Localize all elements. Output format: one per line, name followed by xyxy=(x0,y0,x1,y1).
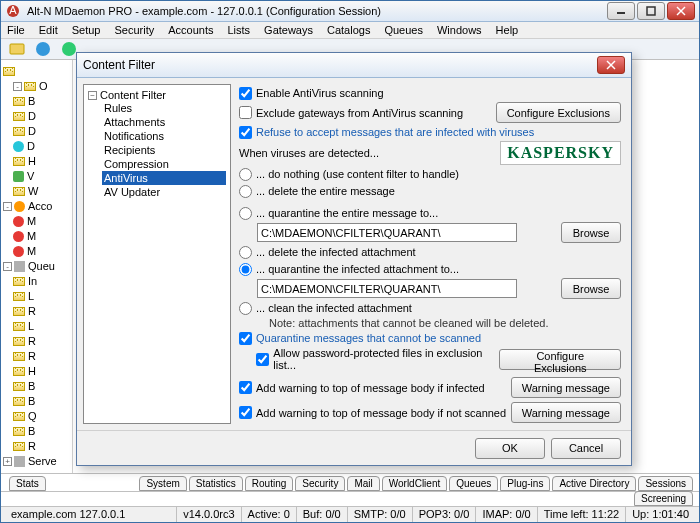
dialog-nav-tree[interactable]: −Content Filter RulesAttachmentsNotifica… xyxy=(83,84,231,424)
tree-row[interactable]: In xyxy=(3,274,70,289)
menu-queues[interactable]: Queues xyxy=(384,24,423,36)
close-button[interactable] xyxy=(667,2,695,20)
delete-att-label: ... delete the infected attachment xyxy=(256,246,416,258)
tree-root[interactable]: −Content Filter xyxy=(88,89,226,101)
warn-infected-checkbox[interactable] xyxy=(239,381,252,394)
configure-exclusions-button[interactable]: Configure Exclusions xyxy=(496,102,621,123)
tree-row[interactable]: B xyxy=(3,379,70,394)
menu-security[interactable]: Security xyxy=(114,24,154,36)
tab-statistics[interactable]: Statistics xyxy=(189,476,243,491)
maximize-button[interactable] xyxy=(637,2,665,20)
mail-icon xyxy=(13,307,25,316)
tree-row[interactable]: R xyxy=(3,349,70,364)
warn-noscan-checkbox[interactable] xyxy=(239,406,252,419)
enable-av-checkbox[interactable] xyxy=(239,87,252,100)
tree-row[interactable]: M xyxy=(3,214,70,229)
expand-icon[interactable]: - xyxy=(3,202,12,211)
menu-catalogs[interactable]: Catalogs xyxy=(327,24,370,36)
browse-att-button[interactable]: Browse xyxy=(561,278,621,299)
tree-row[interactable]: H xyxy=(3,364,70,379)
tree-row[interactable]: D xyxy=(3,124,70,139)
allow-pwd-checkbox[interactable] xyxy=(256,353,269,366)
exclude-gw-checkbox[interactable] xyxy=(239,106,252,119)
nav-attachments[interactable]: Attachments xyxy=(102,115,226,129)
minimize-button[interactable] xyxy=(607,2,635,20)
tree-row[interactable]: L xyxy=(3,289,70,304)
warn-infected-label: Add warning to top of message body if in… xyxy=(256,382,485,394)
toolbar-icon-1[interactable] xyxy=(7,39,27,59)
tree-row[interactable]: -O xyxy=(3,79,70,94)
tab-routing[interactable]: Routing xyxy=(245,476,293,491)
nav-recipients[interactable]: Recipients xyxy=(102,143,226,157)
menu-accounts[interactable]: Accounts xyxy=(168,24,213,36)
dialog-close-button[interactable] xyxy=(597,56,625,74)
tab-stats[interactable]: Stats xyxy=(9,476,46,491)
tab-worldclient[interactable]: WorldClient xyxy=(382,476,448,491)
tree-row[interactable]: R xyxy=(3,334,70,349)
quarantine-noscan-checkbox[interactable] xyxy=(239,332,252,345)
tree-row[interactable]: M xyxy=(3,229,70,244)
menu-file[interactable]: File xyxy=(7,24,25,36)
menu-gateways[interactable]: Gateways xyxy=(264,24,313,36)
tree-row[interactable]: H xyxy=(3,154,70,169)
nav-antivirus[interactable]: AntiVirus xyxy=(102,171,226,185)
quarantine-att-radio[interactable] xyxy=(239,263,252,276)
tree-row[interactable] xyxy=(3,64,70,79)
tab-security[interactable]: Security xyxy=(295,476,345,491)
tree-row[interactable]: M xyxy=(3,244,70,259)
mail-icon xyxy=(13,97,25,106)
tab-system[interactable]: System xyxy=(139,476,186,491)
warning-msg-button-1[interactable]: Warning message xyxy=(511,377,621,398)
tree-row[interactable]: B xyxy=(3,94,70,109)
nav-av-updater[interactable]: AV Updater xyxy=(102,185,226,199)
tab-sessions[interactable]: Sessions xyxy=(638,476,693,491)
refuse-checkbox[interactable] xyxy=(239,126,252,139)
tree-row[interactable]: L xyxy=(3,319,70,334)
nav-compression[interactable]: Compression xyxy=(102,157,226,171)
expand-icon[interactable]: - xyxy=(3,262,12,271)
tree-row[interactable]: B xyxy=(3,394,70,409)
menu-lists[interactable]: Lists xyxy=(227,24,250,36)
tab-mail[interactable]: Mail xyxy=(347,476,379,491)
delete-att-radio[interactable] xyxy=(239,246,252,259)
menu-windows[interactable]: Windows xyxy=(437,24,482,36)
tree-row[interactable]: D xyxy=(3,109,70,124)
configure-exclusions-button-2[interactable]: Configure Exclusions xyxy=(499,349,621,370)
tree-row[interactable]: Q xyxy=(3,409,70,424)
tree-row[interactable]: R xyxy=(3,439,70,454)
tree-row[interactable]: V xyxy=(3,169,70,184)
expand-icon[interactable]: + xyxy=(3,457,12,466)
tree-row[interactable]: D xyxy=(3,139,70,154)
expand-icon[interactable]: - xyxy=(13,82,22,91)
menu-help[interactable]: Help xyxy=(496,24,519,36)
nav-notifications[interactable]: Notifications xyxy=(102,129,226,143)
tab-queues[interactable]: Queues xyxy=(449,476,498,491)
collapse-icon[interactable]: − xyxy=(88,91,97,100)
cancel-button[interactable]: Cancel xyxy=(551,438,621,459)
mail-icon xyxy=(13,397,25,406)
tree-row[interactable]: B xyxy=(3,424,70,439)
quarantine-att-path-input[interactable] xyxy=(257,279,517,298)
tree-row[interactable]: -Acco xyxy=(3,199,70,214)
ok-button[interactable]: OK xyxy=(475,438,545,459)
do-nothing-radio[interactable] xyxy=(239,168,252,181)
menu-edit[interactable]: Edit xyxy=(39,24,58,36)
tree-row[interactable]: W xyxy=(3,184,70,199)
nav-rules[interactable]: Rules xyxy=(102,101,226,115)
tree-row[interactable]: +Serve xyxy=(3,454,70,469)
delete-msg-radio[interactable] xyxy=(239,185,252,198)
tab-screening[interactable]: Screening xyxy=(634,491,693,506)
tab-active-directory[interactable]: Active Directory xyxy=(552,476,636,491)
browse-msg-button[interactable]: Browse xyxy=(561,222,621,243)
toolbar-icon-2[interactable] xyxy=(33,39,53,59)
menu-setup[interactable]: Setup xyxy=(72,24,101,36)
clean-att-radio[interactable] xyxy=(239,302,252,315)
allow-pwd-label: Allow password-protected files in exclus… xyxy=(273,347,499,371)
tree-row[interactable]: -Queu xyxy=(3,259,70,274)
tree-row[interactable]: R xyxy=(3,304,70,319)
tab-plug-ins[interactable]: Plug-ins xyxy=(500,476,550,491)
quarantine-msg-path-input[interactable] xyxy=(257,223,517,242)
quarantine-msg-radio[interactable] xyxy=(239,207,252,220)
nav-tree[interactable]: -OBDDDHVW-AccoMMM-QueuInLRLRRHBBQBR+Serv… xyxy=(1,60,73,473)
warning-msg-button-2[interactable]: Warning message xyxy=(511,402,621,423)
